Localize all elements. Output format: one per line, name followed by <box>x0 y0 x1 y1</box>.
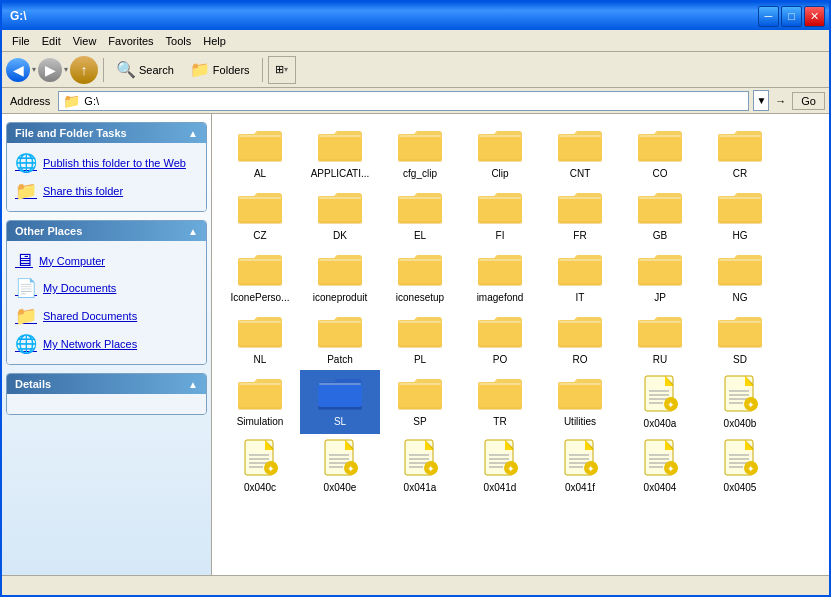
other-places-collapse-icon: ▲ <box>188 226 198 237</box>
file-item[interactable]: ✦ 0x041f <box>540 434 620 498</box>
address-input[interactable]: 📁 G:\ <box>58 91 749 111</box>
go-button[interactable]: Go <box>792 92 825 110</box>
menu-edit[interactable]: Edit <box>36 33 67 49</box>
folders-button[interactable]: 📁 Folders <box>183 56 257 83</box>
file-item[interactable]: ✦ 0x040b <box>700 370 780 434</box>
file-icon: ✦ <box>721 438 759 480</box>
file-item[interactable]: EL <box>380 184 460 246</box>
file-item[interactable]: IconePerso... <box>220 246 300 308</box>
file-item[interactable]: iconesetup <box>380 246 460 308</box>
file-item[interactable]: FR <box>540 184 620 246</box>
network-places-label: My Network Places <box>43 338 137 350</box>
menu-tools[interactable]: Tools <box>160 33 198 49</box>
file-item[interactable]: DK <box>300 184 380 246</box>
file-item[interactable]: ✦ 0x041a <box>380 434 460 498</box>
menu-favorites[interactable]: Favorites <box>102 33 159 49</box>
file-item[interactable]: APPLICATI... <box>300 122 380 184</box>
svg-rect-35 <box>319 197 361 199</box>
my-documents-link[interactable]: 📄 My Documents <box>11 274 202 302</box>
my-documents-label: My Documents <box>43 282 116 294</box>
back-dropdown[interactable]: ▾ <box>32 65 36 74</box>
file-item[interactable]: cfg_clip <box>380 122 460 184</box>
file-item[interactable]: TR <box>460 370 540 434</box>
svg-rect-66 <box>398 258 442 283</box>
folder-icon <box>316 188 364 228</box>
file-item[interactable]: ✦ 0x040c <box>220 434 300 498</box>
file-item[interactable]: imagefond <box>460 246 540 308</box>
view-button[interactable]: ⊞ ▾ <box>268 56 296 84</box>
svg-rect-123 <box>399 383 441 385</box>
file-item[interactable]: NG <box>700 246 780 308</box>
folder-icon <box>316 250 364 290</box>
view-icon: ⊞ <box>275 63 284 76</box>
file-item[interactable]: Simulation <box>220 370 300 434</box>
shared-documents-link[interactable]: 📁 Shared Documents <box>11 302 202 330</box>
svg-rect-30 <box>238 196 282 221</box>
close-button[interactable]: ✕ <box>804 6 825 27</box>
file-item[interactable]: RU <box>620 308 700 370</box>
svg-rect-87 <box>239 321 281 323</box>
other-places-section: Other Places ▲ 🖥 My Computer 📄 My Docume… <box>6 220 207 365</box>
my-computer-label: My Computer <box>39 255 105 267</box>
file-item[interactable]: CZ <box>220 184 300 246</box>
file-item[interactable]: Clip <box>460 122 540 184</box>
file-item[interactable]: RO <box>540 308 620 370</box>
file-item[interactable]: IT <box>540 246 620 308</box>
file-item[interactable]: CO <box>620 122 700 184</box>
forward-button[interactable]: ▶ <box>38 58 62 82</box>
toolbar: ◀ ▾ ▶ ▾ ↑ 🔍 Search 📁 Folders ⊞ ▾ <box>2 52 829 88</box>
file-item[interactable]: JP <box>620 246 700 308</box>
other-places-header[interactable]: Other Places ▲ <box>7 221 206 241</box>
svg-rect-59 <box>239 259 281 261</box>
svg-text:✦: ✦ <box>747 400 755 410</box>
file-item[interactable]: ✦ 0x0404 <box>620 434 700 498</box>
file-item[interactable]: AL <box>220 122 300 184</box>
file-item[interactable]: SD <box>700 308 780 370</box>
svg-rect-70 <box>478 258 522 283</box>
details-header[interactable]: Details ▲ <box>7 374 206 394</box>
publish-web-link[interactable]: 🌐 Publish this folder to the Web <box>11 149 202 177</box>
minimize-button[interactable]: ─ <box>758 6 779 27</box>
folder-icon <box>396 374 444 414</box>
address-go-arrow[interactable]: → <box>773 92 788 110</box>
address-dropdown-arrow[interactable]: ▼ <box>753 90 769 111</box>
folder-icon <box>396 188 444 228</box>
search-button[interactable]: 🔍 Search <box>109 56 181 83</box>
my-computer-link[interactable]: 🖥 My Computer <box>11 247 202 274</box>
file-item[interactable]: iconeproduit <box>300 246 380 308</box>
file-folder-tasks-header[interactable]: File and Folder Tasks ▲ <box>7 123 206 143</box>
svg-rect-19 <box>559 135 601 137</box>
file-item[interactable]: CNT <box>540 122 620 184</box>
share-folder-link[interactable]: 📁 Share this folder <box>11 177 202 205</box>
forward-dropdown[interactable]: ▾ <box>64 65 68 74</box>
file-item[interactable]: Patch <box>300 308 380 370</box>
file-item[interactable]: ✦ 0x040a <box>620 370 700 434</box>
file-item[interactable]: ✦ 0x040e <box>300 434 380 498</box>
svg-rect-62 <box>318 258 362 283</box>
file-item[interactable]: FI <box>460 184 540 246</box>
file-item[interactable]: SL <box>300 370 380 434</box>
file-item[interactable]: PL <box>380 308 460 370</box>
menu-help[interactable]: Help <box>197 33 232 49</box>
view-dropdown-arrow[interactable]: ▾ <box>284 65 288 74</box>
up-button[interactable]: ↑ <box>70 56 98 84</box>
file-item[interactable]: NL <box>220 308 300 370</box>
file-item[interactable]: HG <box>700 184 780 246</box>
menu-view[interactable]: View <box>67 33 103 49</box>
file-item[interactable]: Utilities <box>540 370 620 434</box>
back-button[interactable]: ◀ <box>6 58 30 82</box>
file-item[interactable]: SP <box>380 370 460 434</box>
file-item[interactable]: ✦ 0x041d <box>460 434 540 498</box>
svg-rect-82 <box>718 258 762 283</box>
maximize-button[interactable]: □ <box>781 6 802 27</box>
file-item[interactable]: CR <box>700 122 780 184</box>
file-item[interactable]: ✦ 0x0405 <box>700 434 780 498</box>
file-item[interactable]: PO <box>460 308 540 370</box>
file-label: PO <box>493 354 507 366</box>
folder-icon <box>396 250 444 290</box>
file-grid[interactable]: AL APPLICATI... cfg_clip Clip CNT CO C <box>212 114 829 575</box>
file-item[interactable]: GB <box>620 184 700 246</box>
file-label: CNT <box>570 168 591 180</box>
menu-file[interactable]: File <box>6 33 36 49</box>
network-places-link[interactable]: 🌐 My Network Places <box>11 330 202 358</box>
